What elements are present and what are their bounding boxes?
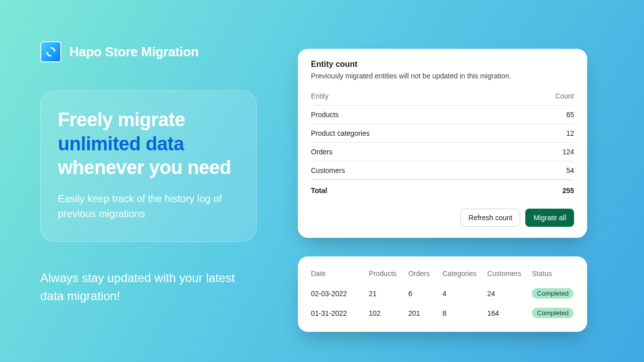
entity-count-title: Entity count	[311, 60, 574, 69]
entity-label: Products	[311, 106, 510, 124]
hero-subtitle: Easily keep track of the history log of …	[58, 191, 239, 221]
entity-count: 12	[510, 124, 574, 143]
history-orders: 6	[408, 284, 442, 303]
refresh-count-button[interactable]: Refresh count	[460, 209, 520, 227]
entity-count-note: Previously migrated entities will not be…	[311, 72, 574, 80]
history-date: 02-03-2022	[311, 284, 369, 303]
entity-col-entity: Entity	[311, 88, 510, 106]
status-badge: Completed	[532, 308, 574, 318]
hero-heading: Freely migrate unlimited data whenever y…	[58, 108, 239, 180]
history-orders: 201	[408, 303, 442, 323]
entity-label: Customers	[311, 161, 510, 180]
brand-title: Hapo Store Migration	[69, 44, 199, 60]
table-row: Customers 54	[311, 161, 574, 180]
history-table: Date Products Orders Categories Customer…	[311, 265, 574, 323]
entity-actions: Refresh count Migrate all	[311, 209, 574, 227]
history-col-customers: Customers	[487, 265, 532, 284]
history-col-categories: Categories	[442, 265, 487, 284]
hero-card: Freely migrate unlimited data whenever y…	[40, 90, 257, 242]
entity-count: 65	[510, 106, 574, 124]
migrate-all-button[interactable]: Migrate all	[525, 209, 574, 227]
history-customers: 24	[487, 284, 532, 303]
brand-icon	[40, 41, 61, 62]
history-col-orders: Orders	[408, 265, 442, 284]
history-card: Date Products Orders Categories Customer…	[298, 256, 587, 332]
hero-line-3: whenever you need	[58, 157, 231, 178]
hero-accent: unlimited data	[58, 133, 184, 154]
table-row: Products 65	[311, 106, 574, 124]
history-categories: 8	[442, 303, 487, 323]
entity-table: Entity Count Products 65 Product categor…	[311, 88, 574, 200]
refresh-icon	[45, 46, 57, 58]
hero-line-1: Freely migrate	[58, 109, 185, 130]
entity-col-count: Count	[510, 88, 574, 106]
entity-count: 124	[510, 143, 574, 161]
history-customers: 164	[487, 303, 532, 323]
entity-count: 54	[510, 161, 574, 180]
history-col-status: Status	[532, 265, 574, 284]
entity-label: Orders	[311, 143, 510, 161]
table-row: Orders 124	[311, 143, 574, 161]
total-count: 255	[510, 180, 574, 200]
entity-count-card: Entity count Previously migrated entitie…	[298, 49, 587, 238]
table-row: 02-03-2022 21 6 4 24 Completed	[311, 284, 574, 303]
brand-header: Hapo Store Migration	[40, 41, 199, 62]
tagline: Always stay updated with your latest dat…	[40, 269, 257, 305]
history-categories: 4	[442, 284, 487, 303]
total-label: Total	[311, 180, 510, 200]
entity-label: Product categories	[311, 124, 510, 143]
history-date: 01-31-2022	[311, 303, 369, 323]
history-col-date: Date	[311, 265, 369, 284]
status-badge: Completed	[532, 288, 574, 299]
table-row: 01-31-2022 102 201 8 164 Completed	[311, 303, 574, 323]
history-products: 21	[369, 284, 408, 303]
history-col-products: Products	[369, 265, 408, 284]
total-row: Total 255	[311, 180, 574, 200]
history-products: 102	[369, 303, 408, 323]
table-row: Product categories 12	[311, 124, 574, 143]
